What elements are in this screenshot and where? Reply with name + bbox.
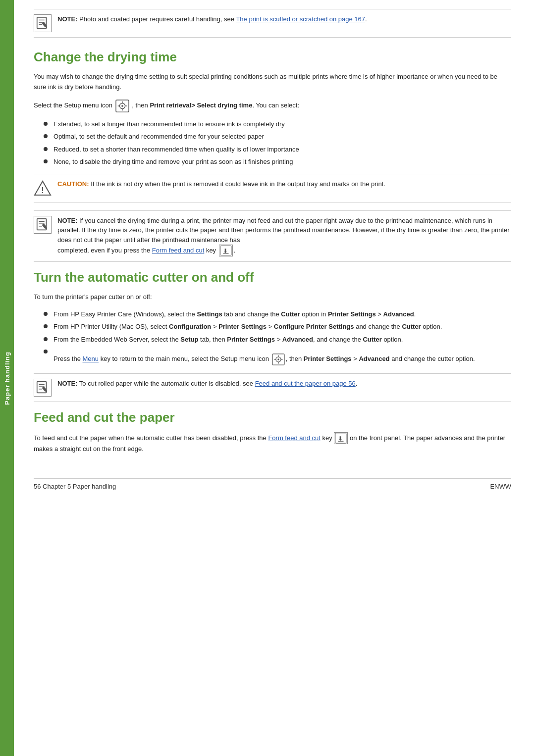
caution-triangle-icon: !: [34, 179, 52, 197]
sidebar-tab: Paper handling: [0, 0, 14, 756]
note2-label: NOTE:: [57, 217, 77, 224]
section1-heading: Change the drying time: [34, 50, 511, 65]
section2-heading: Turn the automatic cutter on and off: [34, 270, 511, 285]
list-item: Optimal, to set the default and recommen…: [44, 132, 511, 142]
note-icon: [34, 14, 52, 32]
menu-link[interactable]: Menu: [83, 355, 99, 363]
top-note-label: NOTE:: [57, 15, 77, 23]
section2-bullet-list: From HP Easy Printer Care (Windows), sel…: [44, 309, 511, 354]
bullet-dot: [44, 312, 48, 316]
svg-point-8: [121, 105, 123, 107]
svg-point-26: [277, 359, 279, 360]
caution-body: If the ink is not dry when the print is …: [91, 180, 385, 188]
footer-left: 56 Chapter 5 Paper handling: [34, 483, 116, 490]
svg-text:!: !: [41, 186, 44, 195]
note-icon-3: [34, 379, 52, 397]
formfeed-key-icon-2: ⬇: [334, 432, 348, 444]
footer-right: ENWW: [490, 483, 511, 490]
section2-note-text: NOTE: To cut rolled paper while the auto…: [57, 379, 357, 389]
note2-completed: completed, even if you press the Form fe…: [57, 247, 235, 254]
note-icon-2: [34, 216, 52, 234]
section2-bullet4-subtext: Press the Menu key to return to the main…: [54, 353, 511, 365]
form-feed-cut-link-1[interactable]: Form feed and cut: [152, 247, 205, 254]
list-item: From HP Printer Utility (Mac OS), select…: [44, 322, 511, 332]
note-icon-svg: [35, 16, 50, 31]
section2-intro: To turn the printer's paper cutter on or…: [34, 292, 511, 302]
svg-text:⬇: ⬇: [338, 435, 343, 442]
setup-menu-icon-2: [272, 353, 285, 365]
section1-bullet-list: Extended, to set a longer than recommend…: [44, 119, 511, 167]
feed-cut-link[interactable]: Feed and cut the paper on page 56: [255, 380, 356, 387]
bullet-dot: [44, 159, 48, 163]
bullet-dot: [44, 147, 48, 151]
form-feed-cut-link-2[interactable]: Form feed and cut: [268, 434, 321, 442]
bullet-dot: [44, 350, 48, 353]
bullet-dot: [44, 134, 48, 138]
svg-text:⬇: ⬇: [223, 248, 228, 254]
section2-note-box: NOTE: To cut rolled paper while the auto…: [34, 373, 511, 402]
list-item: From HP Easy Printer Care (Windows), sel…: [44, 309, 511, 319]
setup-menu-icon: [115, 100, 129, 112]
bullet-dot: [44, 337, 48, 341]
bullet-dot: [44, 122, 48, 126]
note-icon-2-svg: [35, 217, 50, 232]
top-note-text: NOTE: Photo and coated paper requires ca…: [57, 14, 367, 24]
section1-intro: You may wish to change the drying time s…: [34, 72, 511, 93]
triangle-warning-icon: !: [34, 179, 52, 197]
section1-setup-bold: Print retrieval> Select drying time: [150, 101, 252, 109]
top-note-box: NOTE: Photo and coated paper requires ca…: [34, 9, 511, 38]
section1-setup-before: Select the Setup menu icon: [34, 101, 112, 109]
note2-body: If you cancel the drying time during a p…: [57, 217, 510, 244]
sidebar-tab-label: Paper handling: [3, 352, 11, 405]
caution-label: CAUTION:: [57, 180, 89, 188]
list-item: [44, 347, 511, 353]
top-note-link[interactable]: The print is scuffed or scratched on pag…: [236, 15, 365, 23]
main-content: NOTE: Photo and coated paper requires ca…: [14, 0, 535, 756]
section3-heading: Feed and cut the paper: [34, 410, 511, 425]
top-note-body: Photo and coated paper requires careful …: [79, 15, 236, 23]
section3-intro: To feed and cut the paper when the autom…: [34, 432, 511, 454]
note-icon-3-svg: [35, 380, 50, 395]
formfeed-key-icon: ⬇: [219, 245, 233, 256]
section1-setup-after: , then Print retrieval> Select drying ti…: [132, 101, 299, 109]
caution-box: ! CAUTION: If the ink is not dry when th…: [34, 174, 511, 202]
list-item: Reduced, to set a shorter than recommend…: [44, 145, 511, 154]
bullet-dot: [44, 324, 48, 328]
list-item: From the Embedded Web Server, select the…: [44, 335, 511, 345]
list-item: None, to disable the drying time and rem…: [44, 157, 511, 167]
caution-text: CAUTION: If the ink is not dry when the …: [57, 179, 385, 189]
section2-note-label: NOTE:: [57, 380, 77, 387]
section1-setup-line: Select the Setup menu icon , then Print …: [34, 100, 511, 112]
footer: 56 Chapter 5 Paper handling ENWW: [34, 478, 511, 490]
note2-text: NOTE: If you cancel the drying time duri…: [57, 216, 511, 257]
top-note-suffix: .: [365, 15, 367, 23]
list-item: Extended, to set a longer than recommend…: [44, 119, 511, 129]
note-box-2: NOTE: If you cancel the drying time duri…: [34, 210, 511, 262]
